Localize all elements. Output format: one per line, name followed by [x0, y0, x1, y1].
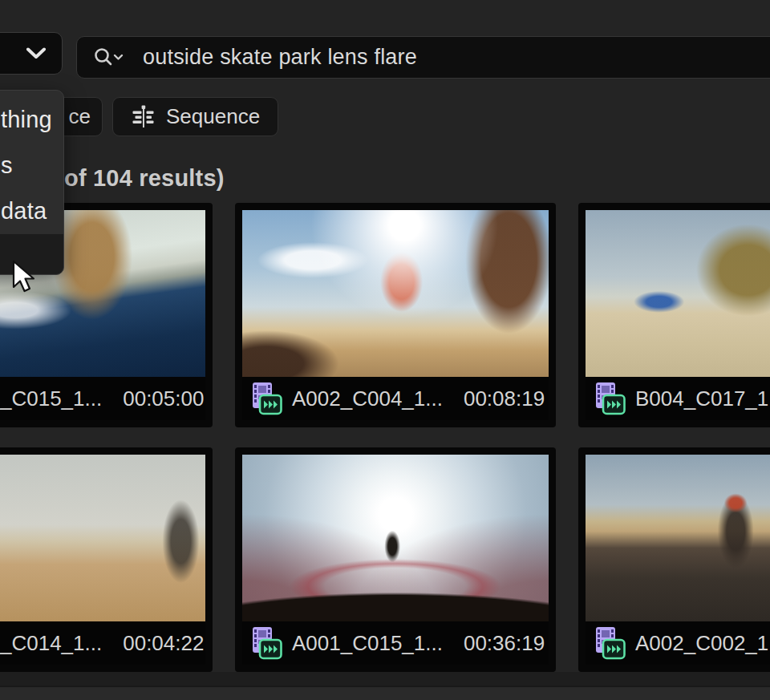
- clip-footer: _C014_1... 00:04:22: [0, 621, 205, 665]
- clip-name: _C014_1...: [0, 631, 102, 656]
- clip-name: B004_C017_1...: [635, 386, 770, 411]
- clip-footer: B004_C017_1...: [586, 377, 770, 420]
- menu-item-transcripts[interactable]: s: [0, 143, 63, 188]
- clip-duration: 00:05:00: [123, 386, 204, 411]
- clip-duration: 00:08:19: [464, 386, 545, 411]
- clip-duration: 00:04:22: [123, 631, 204, 656]
- clip-footer: A001_C015_1... 00:36:19: [242, 621, 549, 665]
- clip-thumbnail: [586, 210, 770, 377]
- menu-item-label: data: [1, 198, 47, 225]
- clip-footer: A002_C004_1... 00:08:19: [242, 377, 549, 420]
- sequence-icon: [131, 104, 156, 129]
- grid-bottom-band: [0, 672, 770, 686]
- filter-button-sequence[interactable]: Sequence: [112, 97, 278, 136]
- clip-name: A002_C004_1...: [292, 386, 443, 411]
- clip-tile[interactable]: A002_C004_1... 00:08:19: [235, 203, 556, 427]
- menu-item-label: thing: [1, 107, 52, 133]
- clip-name: A002_C002_1...: [635, 631, 770, 656]
- clip-tile[interactable]: A002_C002_1...: [578, 447, 770, 672]
- clip-tile[interactable]: _C014_1... 00:04:22: [0, 447, 213, 672]
- av-clip-icon: [595, 626, 626, 660]
- clip-tile[interactable]: A001_C015_1... 00:36:19: [235, 447, 556, 672]
- clip-footer: _C015_1... 00:05:00: [0, 377, 205, 420]
- search-query-text: outside skate park lens flare: [143, 45, 417, 70]
- menu-item-metadata[interactable]: data: [0, 188, 63, 234]
- clip-name: _C015_1...: [0, 386, 102, 411]
- panel-bottom-strip: [0, 686, 770, 700]
- clip-duration: 00:36:19: [464, 631, 545, 656]
- clip-footer: A002_C002_1...: [586, 621, 770, 665]
- search-scope-button[interactable]: [0, 32, 63, 75]
- clip-tile[interactable]: B004_C017_1...: [578, 203, 770, 427]
- av-clip-icon: [252, 626, 282, 660]
- clip-name: A001_C015_1...: [292, 631, 443, 656]
- search-scope-menu: thing s data: [0, 90, 64, 275]
- search-input[interactable]: outside skate park lens flare: [76, 36, 770, 79]
- clip-thumbnail: [586, 455, 770, 621]
- menu-item-everything[interactable]: thing: [0, 97, 63, 143]
- av-clip-icon: [595, 382, 626, 415]
- clip-thumbnail: [0, 455, 205, 621]
- clip-thumbnail: [242, 210, 549, 377]
- av-clip-icon: [252, 382, 282, 415]
- results-count-text: of 104 results): [64, 165, 225, 192]
- filter-button-label: ce: [69, 104, 91, 129]
- clip-thumbnail: [242, 455, 549, 621]
- search-icon: [93, 47, 125, 69]
- sequence-button-label: Sequence: [166, 104, 260, 129]
- menu-item-label: s: [1, 152, 13, 179]
- mouse-cursor: [11, 260, 38, 295]
- chevron-down-icon: [26, 47, 47, 59]
